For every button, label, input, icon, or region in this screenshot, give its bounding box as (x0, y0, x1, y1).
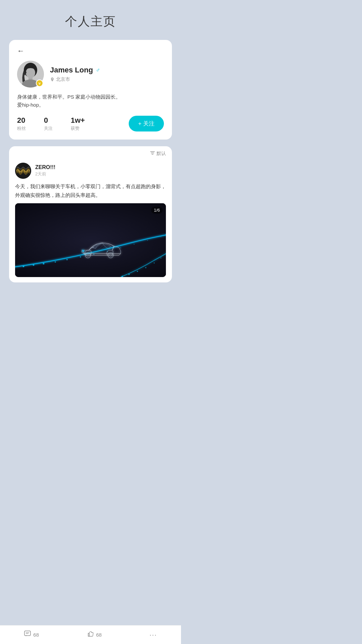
svg-point-22 (122, 276, 123, 277)
svg-point-27 (161, 258, 162, 259)
profile-bio: 身体健康，世界和平。PS 家庭小动物园园长。 爱hip-hop。 (17, 93, 164, 109)
verified-badge: v (36, 79, 43, 87)
post-content: 今天，我们来聊聊关于车机，小零双门，溜背式，有点超跑的身影，外观确实很惊艳，路上… (15, 182, 166, 199)
svg-point-17 (120, 248, 121, 249)
car-scene: 1/6 (15, 203, 166, 277)
svg-point-24 (137, 271, 138, 272)
location-text: 北京市 (56, 76, 70, 83)
likes-label: 获赞 (71, 125, 79, 131)
svg-point-19 (147, 240, 148, 241)
follow-count: 0 (44, 116, 48, 125)
svg-point-25 (145, 267, 146, 268)
post-author: ZERO!!! (35, 164, 55, 170)
page-title: 个人主页 (0, 13, 181, 30)
follow-button[interactable]: + 关注 (129, 116, 164, 131)
sort-bar[interactable]: 默认 (9, 146, 172, 159)
location-row: 北京市 (50, 76, 164, 83)
sort-label: 默认 (157, 151, 166, 157)
fans-count: 20 (17, 116, 25, 125)
profile-header: v James Long ♂ 北京市 (17, 61, 164, 88)
svg-point-26 (154, 263, 155, 264)
svg-point-23 (128, 274, 130, 275)
post-image[interactable]: 1/6 (15, 203, 166, 277)
post-time: 2天前 (35, 171, 55, 177)
svg-point-4 (26, 67, 35, 78)
post-meta: ZERO!!! 2天前 (35, 164, 55, 177)
image-counter: 1/6 (151, 207, 163, 214)
svg-point-35 (81, 249, 85, 253)
svg-point-18 (134, 244, 135, 245)
profile-card: ← (9, 40, 172, 140)
likes-count: 1w+ (71, 116, 85, 125)
location-icon (50, 77, 55, 82)
gender-icon: ♂ (96, 67, 100, 74)
page-title-area: 个人主页 (0, 0, 181, 37)
fans-label: 粉丝 (17, 125, 26, 131)
follow-label: 关注 (44, 125, 53, 131)
post-avatar (15, 163, 31, 179)
avatar-wrap: v (17, 61, 44, 88)
stats-row: 20 粉丝 0 关注 1w+ 获赞 + 关注 (17, 116, 164, 131)
stat-likes: 1w+ 获赞 (71, 116, 98, 131)
stat-fans: 20 粉丝 (17, 116, 44, 131)
post-header: ZERO!!! 2天前 (15, 163, 166, 179)
profile-name-row: James Long ♂ (50, 66, 164, 74)
svg-point-15 (93, 254, 95, 255)
sort-icon (150, 150, 155, 157)
profile-name: James Long (50, 66, 93, 74)
profile-info: James Long ♂ 北京市 (50, 66, 164, 83)
stat-follow: 0 关注 (44, 116, 71, 131)
back-button[interactable]: ← (17, 47, 24, 55)
post-item: ZERO!!! 2天前 今天，我们来聊聊关于车机，小零双门，溜背式，有点超跑的身… (9, 159, 172, 282)
svg-rect-5 (15, 163, 31, 179)
feed-card: 默认 ZERO!!! 2天前 今天，我们来聊聊关于车机，小零 (9, 146, 172, 282)
